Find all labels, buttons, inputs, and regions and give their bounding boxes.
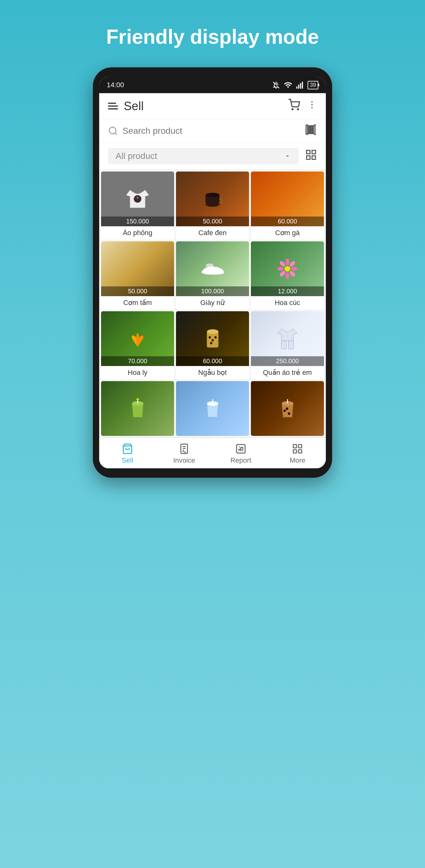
product-card-giay-nu[interactable]: 100.000Giày nữ xyxy=(176,241,249,309)
top-bar: Sell xyxy=(99,93,326,119)
product-name-giay-nu: Giày nữ xyxy=(176,296,249,309)
svg-point-31 xyxy=(289,260,296,268)
svg-point-20 xyxy=(134,195,141,203)
svg-point-32 xyxy=(279,270,286,278)
svg-point-27 xyxy=(277,267,284,271)
phone-frame: 14:00 3 xyxy=(93,67,332,478)
svg-point-25 xyxy=(285,259,289,265)
svg-rect-59 xyxy=(294,445,297,448)
bottom-nav: Sell Invoice xyxy=(99,438,326,468)
product-card-drink3[interactable] xyxy=(251,381,324,436)
nav-report-label: Report xyxy=(231,456,251,465)
product-card-ngau-bot[interactable]: 60.000Ngẫu bọt xyxy=(176,311,249,379)
product-price-hoa-ly: 70.000 xyxy=(101,356,174,366)
svg-rect-61 xyxy=(294,450,297,453)
barcode-button[interactable] xyxy=(305,124,317,138)
product-image-com-tam: 50.000 xyxy=(101,241,174,296)
product-card-drink2[interactable] xyxy=(176,381,249,436)
menu-button[interactable] xyxy=(108,102,118,110)
product-price-giay-nu: 100.000 xyxy=(176,286,249,296)
nav-sell[interactable]: Sell xyxy=(99,438,156,468)
product-card-drink1[interactable] xyxy=(101,381,174,436)
product-image-hoa-cuc: 12.000 xyxy=(251,241,324,296)
phone-screen: 14:00 3 xyxy=(99,77,326,468)
product-card-hoa-cuc[interactable]: 12.000Hoa cúc xyxy=(251,241,324,309)
status-icons: 39 xyxy=(272,81,318,89)
svg-rect-62 xyxy=(299,450,302,453)
product-name-com-tam: Cơm tấm xyxy=(101,296,174,309)
svg-rect-60 xyxy=(299,445,302,448)
svg-point-23 xyxy=(206,193,219,197)
more-button[interactable] xyxy=(307,100,317,112)
barcode-icon xyxy=(305,124,317,136)
svg-point-36 xyxy=(211,339,213,341)
nav-report[interactable]: Report xyxy=(212,438,269,468)
status-bar: 14:00 3 xyxy=(99,77,326,93)
svg-point-30 xyxy=(289,270,296,278)
product-price-hoa-cuc: 12.000 xyxy=(251,286,324,296)
svg-rect-12 xyxy=(308,126,309,133)
svg-rect-14 xyxy=(312,126,313,133)
hamburger-icon xyxy=(108,102,118,110)
product-card-ao-phong[interactable]: 150.000Áo phông xyxy=(101,172,174,240)
chevron-down-icon xyxy=(284,152,291,160)
product-price-quan-ao-tre: 250.000 xyxy=(251,356,324,366)
product-price-ao-phong: 150.000 xyxy=(101,217,174,226)
product-card-hoa-ly[interactable]: 70.000Hoa ly xyxy=(101,311,174,379)
svg-rect-0 xyxy=(296,87,298,89)
svg-point-5 xyxy=(298,109,299,110)
nav-invoice[interactable]: Invoice xyxy=(156,438,212,468)
product-image-drink2 xyxy=(176,381,249,436)
svg-rect-13 xyxy=(310,126,311,133)
wifi-icon xyxy=(284,81,293,89)
search-input[interactable] xyxy=(122,126,301,136)
grid-toggle-button[interactable] xyxy=(305,149,317,163)
nav-sell-label: Sell xyxy=(122,456,133,465)
top-bar-right xyxy=(288,99,317,113)
product-card-quan-ao-tre[interactable]: 250.000Quần áo trẻ em xyxy=(251,311,324,379)
nav-more[interactable]: More xyxy=(269,438,326,468)
product-name-quan-ao-tre: Quần áo trẻ em xyxy=(251,366,324,379)
page-title: Friendly display mode xyxy=(106,25,319,49)
svg-point-29 xyxy=(279,260,286,268)
product-card-com-tam[interactable]: 50.000Cơm tấm xyxy=(101,241,174,309)
search-icon xyxy=(108,126,118,136)
battery-indicator: 39 xyxy=(308,81,318,89)
svg-point-48 xyxy=(283,409,285,412)
svg-point-9 xyxy=(109,127,116,134)
product-card-com-ga[interactable]: 60.000Cơm gà xyxy=(251,172,324,240)
grid-icon xyxy=(305,149,317,161)
svg-point-37 xyxy=(214,336,217,338)
svg-rect-2 xyxy=(300,83,301,89)
svg-point-7 xyxy=(311,104,313,105)
product-image-ao-phong: 150.000 xyxy=(101,172,174,226)
product-image-hoa-ly: 70.000 xyxy=(101,311,174,366)
svg-rect-15 xyxy=(313,126,315,133)
mute-icon xyxy=(272,81,280,89)
svg-point-43 xyxy=(136,398,139,400)
product-grid: 150.000Áo phông 50.000Cafe đen 60.000Cơm… xyxy=(99,169,326,438)
product-image-drink1 xyxy=(101,381,174,436)
cart-button[interactable] xyxy=(288,99,300,113)
sell-icon xyxy=(122,443,133,455)
invoice-icon xyxy=(179,443,190,455)
svg-rect-17 xyxy=(312,150,315,154)
more-vertical-icon xyxy=(307,100,317,110)
filter-bar: All product xyxy=(99,143,326,169)
svg-point-6 xyxy=(311,101,313,102)
svg-rect-11 xyxy=(306,126,308,133)
product-card-cafe-den[interactable]: 50.000Cafe đen xyxy=(176,172,249,240)
svg-rect-16 xyxy=(307,150,310,154)
svg-point-24 xyxy=(284,266,290,272)
product-name-hoa-cuc: Hoa cúc xyxy=(251,296,324,309)
product-name-hoa-ly: Hoa ly xyxy=(101,366,174,379)
nav-invoice-label: Invoice xyxy=(173,456,195,465)
product-image-giay-nu: 100.000 xyxy=(176,241,249,296)
product-name-com-ga: Cơm gà xyxy=(251,226,324,240)
top-bar-left: Sell xyxy=(108,99,144,113)
svg-point-34 xyxy=(207,329,218,334)
product-price-ngau-bot: 60.000 xyxy=(176,356,249,366)
category-filter[interactable]: All product xyxy=(108,148,299,164)
product-name-ngau-bot: Ngẫu bọt xyxy=(176,366,249,379)
product-image-quan-ao-tre: 250.000 xyxy=(251,311,324,366)
